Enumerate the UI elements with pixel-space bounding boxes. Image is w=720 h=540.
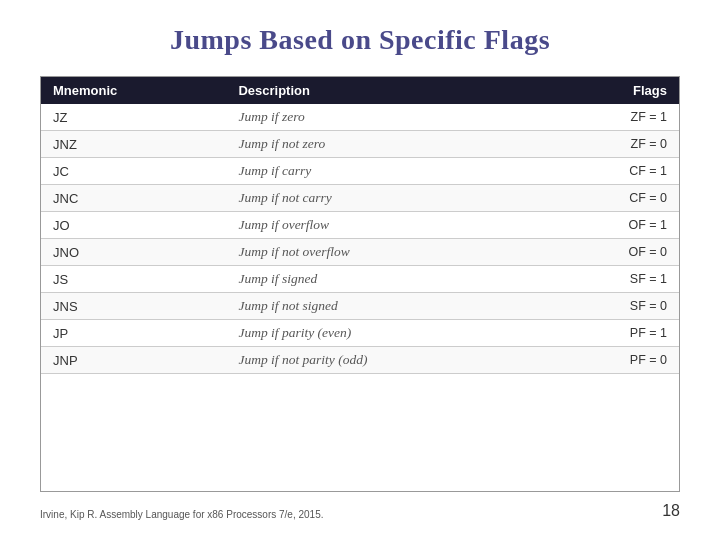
cell-flags: CF = 1: [548, 158, 679, 185]
cell-description: Jump if overflow: [226, 212, 547, 239]
header-description: Description: [226, 77, 547, 104]
cell-mnemonic: JNS: [41, 293, 226, 320]
cell-mnemonic: JNC: [41, 185, 226, 212]
citation: Irvine, Kip R. Assembly Language for x86…: [40, 509, 324, 520]
cell-mnemonic: JZ: [41, 104, 226, 131]
cell-flags: OF = 0: [548, 239, 679, 266]
header-row: Mnemonic Description Flags: [41, 77, 679, 104]
cell-description: Jump if carry: [226, 158, 547, 185]
cell-flags: PF = 0: [548, 347, 679, 374]
cell-flags: ZF = 0: [548, 131, 679, 158]
header-flags: Flags: [548, 77, 679, 104]
slide-title: Jumps Based on Specific Flags: [170, 24, 550, 56]
cell-description: Jump if not zero: [226, 131, 547, 158]
cell-mnemonic: JNP: [41, 347, 226, 374]
cell-description: Jump if zero: [226, 104, 547, 131]
cell-flags: CF = 0: [548, 185, 679, 212]
table-row: JNOJump if not overflowOF = 0: [41, 239, 679, 266]
cell-description: Jump if not signed: [226, 293, 547, 320]
table-row: JNPJump if not parity (odd)PF = 0: [41, 347, 679, 374]
cell-description: Jump if signed: [226, 266, 547, 293]
table-row: JSJump if signedSF = 1: [41, 266, 679, 293]
cell-mnemonic: JNZ: [41, 131, 226, 158]
slide: Jumps Based on Specific Flags Mnemonic D…: [0, 0, 720, 540]
cell-flags: ZF = 1: [548, 104, 679, 131]
cell-flags: SF = 1: [548, 266, 679, 293]
cell-description: Jump if not carry: [226, 185, 547, 212]
cell-description: Jump if not overflow: [226, 239, 547, 266]
table-wrapper: Mnemonic Description Flags JZJump if zer…: [40, 76, 680, 492]
cell-description: Jump if not parity (odd): [226, 347, 547, 374]
header-mnemonic: Mnemonic: [41, 77, 226, 104]
table-body: JZJump if zeroZF = 1JNZJump if not zeroZ…: [41, 104, 679, 374]
flags-table: Mnemonic Description Flags JZJump if zer…: [41, 77, 679, 374]
cell-description: Jump if parity (even): [226, 320, 547, 347]
cell-flags: OF = 1: [548, 212, 679, 239]
table-row: JCJump if carryCF = 1: [41, 158, 679, 185]
cell-mnemonic: JNO: [41, 239, 226, 266]
table-row: JNZJump if not zeroZF = 0: [41, 131, 679, 158]
cell-mnemonic: JP: [41, 320, 226, 347]
table-row: JNCJump if not carryCF = 0: [41, 185, 679, 212]
table-header: Mnemonic Description Flags: [41, 77, 679, 104]
table-row: JPJump if parity (even)PF = 1: [41, 320, 679, 347]
footer: Irvine, Kip R. Assembly Language for x86…: [40, 502, 680, 520]
page-number: 18: [662, 502, 680, 520]
cell-flags: SF = 0: [548, 293, 679, 320]
table-row: JNSJump if not signedSF = 0: [41, 293, 679, 320]
cell-mnemonic: JC: [41, 158, 226, 185]
cell-flags: PF = 1: [548, 320, 679, 347]
cell-mnemonic: JS: [41, 266, 226, 293]
table-row: JOJump if overflowOF = 1: [41, 212, 679, 239]
table-row: JZJump if zeroZF = 1: [41, 104, 679, 131]
cell-mnemonic: JO: [41, 212, 226, 239]
